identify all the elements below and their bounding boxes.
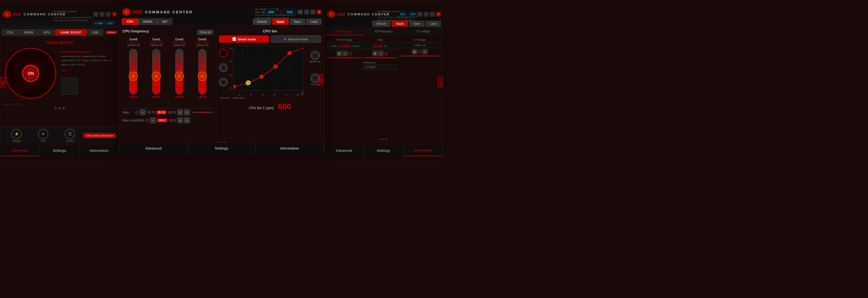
center-manual-mode-icon: % [284,37,286,41]
left-tab-usb[interactable]: USB [87,29,103,35]
right-igp-lightning-btn[interactable]: ⚡ [372,51,377,56]
center-slider-track-1[interactable] [152,49,160,94]
center-restore-btn[interactable]: ↗ [304,10,309,14]
left-dot-3[interactable] [63,107,65,110]
right-dot-2[interactable] [383,139,384,140]
left-minimize-btn[interactable]: — [106,12,111,17]
center-show-all-btn[interactable]: Show all [197,30,213,35]
center-fan-sel-2-btn[interactable]: ✦ [219,63,228,72]
left-tab-cpu[interactable]: CPU [2,29,18,35]
center-baseclock-minus-btn[interactable]: − [150,117,156,123]
left-default-btn[interactable]: Default [106,31,117,34]
left-tab-gpu[interactable]: GPU [38,29,55,35]
right-tab-igp[interactable]: IGP frequency [364,28,403,35]
right-igp-pencil-btn[interactable]: ✏ [378,51,383,56]
center-rpm-display: CPU fan 1 (rpm) 600 [219,100,321,114]
center-information-btn[interactable]: Information [256,143,324,154]
right-tab-dram[interactable]: DRAM voltage [324,28,364,35]
center-smart-mode-btn[interactable]: 📈 Smart mode [219,35,269,43]
center-ratio-info-icon[interactable]: ℹ [135,111,139,114]
center-slider-thumb-3[interactable] [198,72,207,81]
center-baseclock-info-icon[interactable]: ℹ [145,119,149,122]
right-dram-values: 1.1900 1.2000 1.2100 [327,42,362,50]
center-slider-track-3[interactable] [198,49,206,94]
right-window-controls: ℹ ↗ — ✕ [417,12,441,17]
left-settings-btn[interactable]: Settings [40,145,79,156]
right-info-btn[interactable]: ℹ [417,12,422,17]
left-function-info: GAME BOOST Off = GAME BOOST Disable GAME… [61,55,116,67]
left-restore-btn[interactable]: ↗ [100,12,104,17]
left-dot-1[interactable] [55,107,57,110]
center-nav-arrow-right[interactable]: ❯ [318,74,324,86]
right-temp1: 029 [398,12,407,17]
center-baseclock-pencil-btn[interactable]: ✏ [184,117,190,123]
right-dot-3[interactable] [386,139,388,140]
center-freq-title: CPU frequency [123,29,149,33]
right-dram-pencil-btn[interactable]: ✏ [342,51,348,56]
center-load-btn[interactable]: Load [306,19,321,25]
center-tab-cpu[interactable]: CPU [122,19,138,25]
center-settings-btn[interactable]: Settings [188,143,255,154]
left-dot-2[interactable] [59,107,61,110]
left-bottom-bar: Advanced Settings Information [0,145,119,156]
center-fan-sel-3-btn[interactable]: ✦ [219,78,228,86]
right-igp-slider[interactable] [363,57,398,58]
right-volt-content: DRAM voltage 1.1900 1.2000 1.2100 ⚡ ✏ ℹ [324,35,443,137]
right-minimize-btn[interactable]: — [430,12,435,17]
right-dram-col-title: DRAM voltage [327,38,362,41]
left-dram-icon-item[interactable]: ☰ DARM [57,129,83,143]
right-igp-info[interactable]: ℹ [384,52,388,55]
center-slider-track-2[interactable] [175,49,183,94]
center-close-btn[interactable]: ✕ [317,10,321,14]
left-close-btn[interactable]: ✕ [112,12,117,17]
center-advanced-btn[interactable]: Advanced [120,143,188,154]
left-step-label: step 1 [61,69,116,72]
left-fan-icon-item[interactable]: ✦ FAN [30,129,57,143]
left-on-button[interactable]: ON [22,65,39,82]
center-ratio-minus-btn[interactable]: − [140,110,146,115]
right-restore-btn[interactable]: ↗ [424,12,428,17]
right-gt-pencil-btn[interactable]: ✏ [422,49,428,54]
right-gt-info[interactable]: ℹ [418,50,422,54]
right-dram-slider[interactable] [327,57,362,58]
center-fan-sel-1-btn[interactable]: ✦ [219,49,228,57]
center-x-60: 60 [273,94,276,96]
right-close-btn[interactable]: ✕ [436,12,441,17]
right-gt-slider[interactable] [399,55,440,57]
left-usb-opt-btn[interactable]: USB Speed Optimization [83,133,116,138]
right-gt-lightning-btn[interactable]: ⚡ [412,49,417,54]
right-dot-1[interactable] [380,139,381,140]
center-info-btn[interactable]: ℹ [298,10,303,14]
center-slider-track-0[interactable] [129,49,137,94]
right-dram-controls: ⚡ ✏ ℹ [327,51,362,56]
right-gt-val2: 0.9 [422,44,426,47]
center-slider-thumb-0[interactable] [129,72,138,81]
center-minimize-btn[interactable]: — [311,10,315,14]
center-slider-thumb-1[interactable] [152,72,161,81]
center-baseclock-plus-btn[interactable]: + [177,117,183,123]
right-advanced-btn[interactable]: Advanced [324,145,364,156]
left-tab-dram[interactable]: DRAM [19,29,38,35]
center-slider-thumb-2[interactable] [175,72,184,81]
left-voltage-icon-item[interactable]: ⚡ Voltage [3,129,30,143]
center-tab-igp[interactable]: IGP [157,19,172,25]
right-nav-arrow-right[interactable]: ❯ [437,77,443,88]
center-manual-mode-btn[interactable]: % Manual mode [271,35,321,43]
left-nav-arrow-left[interactable]: ❮ [0,77,6,88]
left-info-btn[interactable]: ℹ [94,12,98,17]
center-x-70: 70 [285,94,288,96]
center-tab-dram[interactable]: DRAM [138,19,157,25]
left-tab-gameboost[interactable]: GAME BOOST [55,29,86,35]
center-ratio-plus-btn[interactable]: + [177,110,183,115]
right-dram-lightning-btn[interactable]: ⚡ [337,51,342,56]
right-dram-val1: 1.1900 [329,44,337,48]
right-information-btn[interactable]: Information [404,145,443,156]
center-system-fan-icon[interactable]: ✦ [311,51,320,60]
left-information-btn[interactable]: Information [80,145,119,156]
right-tab-gt[interactable]: GT voltage [404,28,443,35]
right-settings-btn[interactable]: Settings [364,145,403,156]
right-load-btn[interactable]: Load [426,21,441,27]
left-advanced-btn[interactable]: Advanced [0,145,40,156]
center-ratio-pencil-btn[interactable]: ✏ [184,110,190,115]
right-dram-info[interactable]: ℹ [348,52,352,55]
